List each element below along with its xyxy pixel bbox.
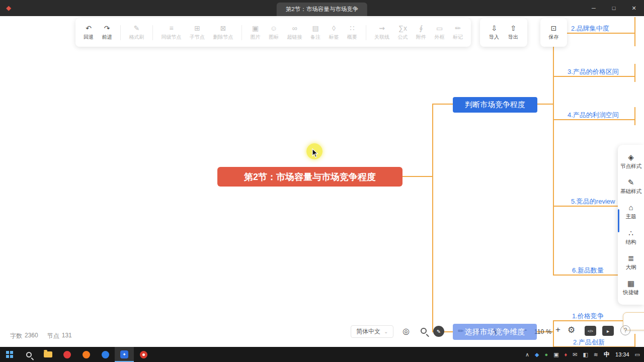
action-center-button[interactable]: ▭ <box>635 351 640 358</box>
sidebar-label: 基础样式 <box>620 188 641 195</box>
locate-center-icon[interactable]: ◎ <box>403 326 410 336</box>
map-node-new-product-count[interactable]: 6.新品数量 <box>572 266 604 275</box>
sibling-node-button[interactable]: ≡ 同级节点 <box>162 25 182 41</box>
image-icon: ▣ <box>252 25 259 32</box>
save-icon: ⊡ <box>551 25 557 32</box>
app-window: ◆ 第2节：市场容量与市场竞争 ─ □ ✕ 第2节：市场容量与市场竞争程度 判断… <box>0 0 644 362</box>
minimize-button[interactable]: ─ <box>584 0 604 16</box>
node-count-value: 131 <box>62 332 72 340</box>
taskbar-app-edge[interactable] <box>96 347 115 362</box>
pen-tool-icon[interactable]: ✎ <box>433 326 444 337</box>
insert-image-button[interactable]: ▣ 图片 <box>251 25 261 41</box>
undo-icon: ↶ <box>86 25 92 32</box>
note-button[interactable]: ▤ 备注 <box>310 25 320 41</box>
taskbar-app-explorer[interactable] <box>38 347 57 362</box>
connector-line <box>432 104 433 332</box>
document-tab[interactable]: 第2节：市场容量与市场竞争 <box>277 3 367 16</box>
import-button[interactable]: ⇩ 导入 <box>489 25 499 41</box>
chevron-down-icon: ⌄ <box>384 329 388 334</box>
summary-icon: ∷ <box>350 25 355 32</box>
settings-icon[interactable]: ⚙ <box>568 325 575 335</box>
export-icon: ⇧ <box>510 25 516 32</box>
tool-label: 子节点 <box>190 34 205 41</box>
tool-label: 超链接 <box>287 34 302 41</box>
maximize-button[interactable]: □ <box>604 0 624 16</box>
map-node-profit-margin[interactable]: 4.产品的利润空间 <box>568 111 619 120</box>
tray-icon-2[interactable]: ● <box>545 351 548 357</box>
tool-label: 同级节点 <box>162 34 182 41</box>
sidebar-item-theme[interactable]: ⌂ 主题 <box>626 204 636 220</box>
start-button[interactable] <box>0 347 19 362</box>
delete-node-button[interactable]: ⊠ 删除节点 <box>213 25 233 41</box>
smiley-icon: ☺ <box>270 25 277 32</box>
embed-code-icon[interactable]: </> <box>585 326 596 336</box>
ime-indicator[interactable]: 中 <box>604 350 610 359</box>
sidebar-label: 快捷键 <box>623 289 639 296</box>
mouse-cursor <box>312 148 319 158</box>
sidebar-item-outline[interactable]: ≣ 大纲 <box>626 254 636 271</box>
folder-icon <box>44 351 52 357</box>
sidebar-item-structure[interactable]: ∴ 结构 <box>626 229 636 246</box>
map-node-price-competition[interactable]: 1.价格竞争 <box>572 312 604 321</box>
undo-button[interactable]: ↶ 回退 <box>84 25 94 41</box>
map-node-price-range[interactable]: 3.产品的价格区间 <box>568 67 619 76</box>
tray-icon-6[interactable]: ◧ <box>583 351 588 358</box>
right-sidebar: ◈ 节点样式 ✎ 基础样式 ⌂ 主题 ∴ 结构 ≣ 大纲 ▦ 快捷键 <box>618 145 644 305</box>
zoom-in-button[interactable]: + <box>555 325 560 335</box>
central-topic-node[interactable]: 第2节：市场容量与市场竞争程度 <box>217 167 403 187</box>
tool-label: 格式刷 <box>129 34 144 41</box>
tray-icon-5[interactable]: ✉ <box>573 351 577 358</box>
mark-button[interactable]: ✏ 标记 <box>453 25 463 41</box>
presentation-icon[interactable]: ▸ <box>602 326 614 336</box>
summary-button[interactable]: ∷ 概要 <box>347 25 357 41</box>
taskbar-app-firefox[interactable] <box>76 347 96 362</box>
attachment-button[interactable]: ∮ 附件 <box>416 25 426 41</box>
search-icon <box>26 352 32 357</box>
tray-icon-7[interactable]: ≋ <box>594 351 598 358</box>
help-icon[interactable]: ? <box>620 325 630 335</box>
sidebar-label: 节点样式 <box>620 163 641 170</box>
save-button[interactable]: ⊡ 保存 <box>549 25 559 41</box>
tray-icon-3[interactable]: ▣ <box>553 351 558 358</box>
outer-frame-button[interactable]: ▭ 外框 <box>435 25 445 41</box>
map-node-competitor-review[interactable]: 5.竞品的review <box>571 197 615 206</box>
taskbar-app-mindmap-active[interactable]: ✦ <box>115 347 134 362</box>
hyperlink-button[interactable]: ∞ 超链接 <box>287 25 302 41</box>
connector-line <box>634 17 635 46</box>
map-node-brand-concentration[interactable]: 2.品牌集中度 <box>571 24 609 33</box>
connector-line <box>553 320 554 347</box>
export-button[interactable]: ⇧ 导出 <box>508 25 518 41</box>
sidebar-item-shortcuts[interactable]: ▦ 快捷键 <box>623 280 639 296</box>
zoom-unit: % <box>546 328 551 335</box>
insert-icon-button[interactable]: ☺ 图标 <box>269 25 279 41</box>
tool-label: 导入 <box>489 34 499 41</box>
formula-button[interactable]: ∑x 公式 <box>398 25 408 41</box>
zoom-level: 110 % <box>534 328 551 335</box>
close-button[interactable]: ✕ <box>624 0 644 16</box>
language-select[interactable]: 简体中文 ⌄ <box>351 325 393 338</box>
map-node-product-innovation[interactable]: 2.产品创新 <box>573 338 605 347</box>
search-icon[interactable] <box>421 328 427 334</box>
import-icon: ⇩ <box>491 25 497 32</box>
tray-expand-icon[interactable]: ∧ <box>525 351 529 358</box>
tag-button[interactable]: ◊ 标签 <box>329 25 339 41</box>
tag-icon: ◊ <box>332 25 336 32</box>
sidebar-item-node-style[interactable]: ◈ 节点样式 <box>620 153 641 170</box>
branch-node-judge-competition[interactable]: 判断市场竞争程度 <box>453 97 537 113</box>
formula-icon: ∑x <box>398 25 407 32</box>
link-icon: ∞ <box>292 25 297 32</box>
taskbar-app-recorder[interactable] <box>134 347 153 362</box>
tray-icon-4[interactable]: ♦ <box>565 351 568 357</box>
child-node-button[interactable]: ⊞ 子节点 <box>190 25 205 41</box>
save-toolbar: ⊡ 保存 <box>540 18 567 47</box>
format-painter-button[interactable]: ✎ 格式刷 <box>129 25 144 41</box>
tray-icon-1[interactable]: ◆ <box>535 351 539 358</box>
relation-line-button[interactable]: ⇝ 关联线 <box>374 25 389 41</box>
taskbar-clock[interactable]: 13:34 <box>615 351 629 357</box>
connector-line <box>634 107 635 125</box>
branch-node-select-dimension[interactable]: 选择市场竞争维度 <box>453 324 537 340</box>
redo-button[interactable]: ↷ 前进 <box>102 25 112 41</box>
taskbar-app-red[interactable] <box>57 347 76 362</box>
sidebar-item-base-style[interactable]: ✎ 基础样式 <box>620 178 641 195</box>
taskbar-search-button[interactable] <box>19 347 38 362</box>
